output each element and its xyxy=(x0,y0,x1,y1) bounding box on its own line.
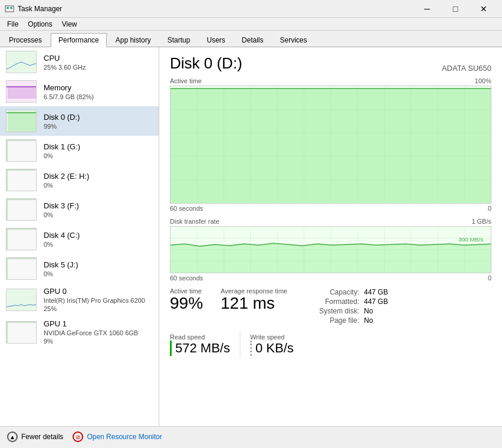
avg-response-stat: Average response time 121 ms xyxy=(221,287,287,313)
menu-bar: File Options View xyxy=(0,18,502,31)
capacity-label: Capacity: xyxy=(317,287,362,297)
open-resource-monitor-button[interactable]: ⊘ Open Resource Monitor xyxy=(73,431,162,442)
fewer-details-button[interactable]: ▲ Fewer details xyxy=(7,431,63,442)
title-bar: Task Manager ─ □ ✕ xyxy=(0,0,502,18)
tab-users[interactable]: Users xyxy=(199,33,232,47)
disk5-info: Disk 5 (J:) 0% xyxy=(44,260,153,277)
chart2-right-label: 1 GB/s xyxy=(471,218,491,225)
svg-marker-39 xyxy=(170,89,491,203)
menu-options[interactable]: Options xyxy=(23,19,57,30)
close-button[interactable]: ✕ xyxy=(470,0,497,18)
svg-rect-1 xyxy=(6,7,9,9)
system-disk-label: System disk: xyxy=(317,306,362,316)
svg-rect-8 xyxy=(8,112,36,132)
chart1-svg xyxy=(170,86,491,203)
tab-app-history[interactable]: App history xyxy=(108,33,159,47)
disk1-name: Disk 1 (G:) xyxy=(44,142,153,151)
gpu1-info: GPU 1 NVIDIA GeForce GTX 1060 6GB 9% xyxy=(44,319,153,345)
sidebar-item-disk1[interactable]: Disk 1 (G:) 0% xyxy=(0,136,159,165)
read-speed-value: 572 MB/s xyxy=(170,341,230,356)
tab-services[interactable]: Services xyxy=(273,33,315,47)
svg-rect-14 xyxy=(6,199,37,221)
gpu1-detail-line2: 9% xyxy=(44,338,153,345)
right-panel: Disk 0 (D:) ADATA SU650 Active time 100% xyxy=(159,47,502,426)
detail-title: Disk 0 (D:) xyxy=(170,54,242,73)
active-time-value: 99% xyxy=(170,295,203,313)
sidebar-item-disk0[interactable]: Disk 0 (D:) 99% xyxy=(0,106,159,136)
disk2-thumbnail xyxy=(6,169,37,191)
active-time-stat: Active time 99% xyxy=(170,287,203,313)
disk3-name: Disk 3 (F:) xyxy=(44,201,153,210)
sidebar-item-memory[interactable]: Memory 6.5/7.9 GB (82%) xyxy=(0,77,159,106)
gpu1-detail-line1: NVIDIA GeForce GTX 1060 6GB xyxy=(44,329,153,336)
sidebar-item-gpu1[interactable]: GPU 1 NVIDIA GeForce GTX 1060 6GB 9% xyxy=(0,316,159,348)
formatted-row: Formatted: 447 GB xyxy=(317,297,391,306)
formatted-label: Formatted: xyxy=(317,297,362,306)
tab-startup[interactable]: Startup xyxy=(160,33,198,47)
minimize-button[interactable]: ─ xyxy=(414,0,441,18)
chart1-label-row: Active time 100% xyxy=(170,77,491,84)
sidebar-item-cpu[interactable]: CPU 25% 3.60 GHz xyxy=(0,47,159,77)
gpu1-thumbnail xyxy=(6,321,37,344)
sidebar-item-disk2[interactable]: Disk 2 (E: H:) 0% xyxy=(0,165,159,195)
disk5-detail: 0% xyxy=(44,270,153,277)
disk3-thumbnail xyxy=(6,198,37,221)
disk3-info: Disk 3 (F:) 0% xyxy=(44,201,153,218)
resource-monitor-icon: ⊘ xyxy=(73,431,83,442)
disk4-thumbnail xyxy=(6,228,37,250)
menu-file[interactable]: File xyxy=(2,19,23,30)
gpu0-info: GPU 0 Intel(R) Iris(TM) Pro Graphics 620… xyxy=(44,287,153,312)
right-stats: Capacity: 447 GB Formatted: 447 GB Syste… xyxy=(317,287,391,325)
disk1-thumbnail xyxy=(6,139,37,162)
svg-rect-16 xyxy=(6,228,37,250)
chart1-container xyxy=(170,86,491,204)
chart2-bottom-row: 60 seconds 0 xyxy=(170,274,491,282)
tab-performance[interactable]: Performance xyxy=(51,33,107,47)
disk5-name: Disk 5 (J:) xyxy=(44,260,153,269)
disk4-name: Disk 4 (C:) xyxy=(44,231,153,240)
write-speed-label: Write speed xyxy=(250,333,294,341)
sidebar-item-disk3[interactable]: Disk 3 (F:) 0% xyxy=(0,195,159,224)
memory-name: Memory xyxy=(44,83,153,92)
svg-rect-2 xyxy=(10,7,12,9)
cpu-name: CPU xyxy=(44,54,153,63)
main-content: CPU 25% 3.60 GHz Memory 6.5/7.9 GB (82%) xyxy=(0,47,502,426)
chart2-bottom-left: 60 seconds xyxy=(170,274,203,282)
sidebar-item-disk5[interactable]: Disk 5 (J:) 0% xyxy=(0,254,159,283)
sidebar-item-disk4[interactable]: Disk 4 (C:) 0% xyxy=(0,224,159,254)
tab-details[interactable]: Details xyxy=(234,33,271,47)
memory-detail: 6.5/7.9 GB (82%) xyxy=(44,93,153,100)
disk2-info: Disk 2 (E: H:) 0% xyxy=(44,172,153,189)
svg-rect-5 xyxy=(8,87,36,99)
tab-processes[interactable]: Processes xyxy=(1,33,50,47)
chart1-bottom-left: 60 seconds xyxy=(170,205,203,212)
chart1-left-label: Active time xyxy=(170,77,202,84)
system-disk-row: System disk: No xyxy=(317,306,391,316)
write-speed-value: 0 KB/s xyxy=(250,341,294,356)
capacity-row: Capacity: 447 GB xyxy=(317,287,391,297)
window-title: Task Manager xyxy=(18,5,414,13)
window-controls[interactable]: ─ □ ✕ xyxy=(414,0,497,18)
chart1-right-label: 100% xyxy=(475,77,491,84)
tab-bar: Processes Performance App history Startu… xyxy=(0,31,502,47)
gpu1-name: GPU 1 xyxy=(44,319,153,328)
page-file-label: Page file: xyxy=(317,316,362,325)
sidebar-item-gpu0[interactable]: GPU 0 Intel(R) Iris(TM) Pro Graphics 620… xyxy=(0,283,159,316)
svg-rect-20 xyxy=(6,289,37,311)
disk0-name: Disk 0 (D:) xyxy=(44,113,153,122)
chart2-left-label: Disk transfer rate xyxy=(170,218,219,225)
svg-rect-18 xyxy=(6,258,37,280)
disk4-detail: 0% xyxy=(44,241,153,248)
svg-rect-10 xyxy=(6,140,37,162)
disk0-thumbnail xyxy=(6,110,37,132)
chart1-bottom-right: 0 xyxy=(488,205,491,212)
fewer-details-label: Fewer details xyxy=(21,433,63,441)
disk1-info: Disk 1 (G:) 0% xyxy=(44,142,153,159)
write-speed-block: Write speed 0 KB/s xyxy=(250,331,303,358)
avg-response-value: 121 ms xyxy=(221,295,287,313)
svg-text:300 MB/s: 300 MB/s xyxy=(458,236,483,243)
detail-model: ADATA SU650 xyxy=(442,64,491,73)
gpu0-detail-line2: 25% xyxy=(44,305,153,312)
menu-view[interactable]: View xyxy=(57,19,82,30)
maximize-button[interactable]: □ xyxy=(442,0,469,18)
